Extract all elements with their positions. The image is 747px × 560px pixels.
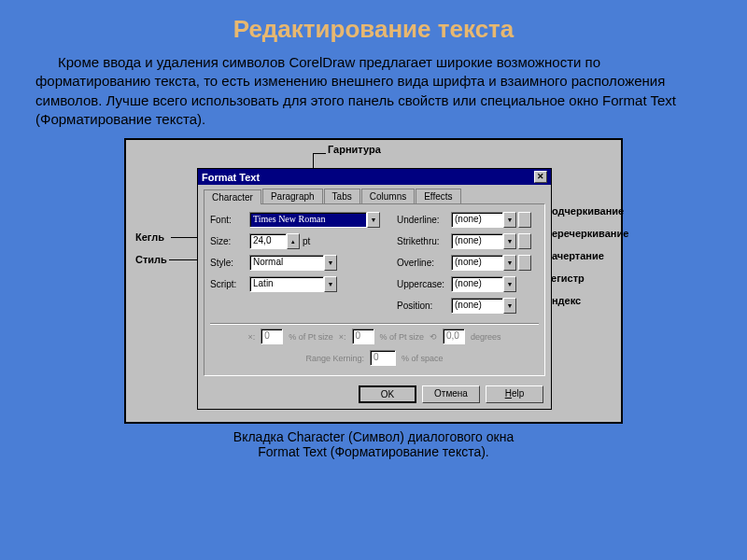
callout-strike: Перечеркивание [544, 228, 628, 239]
uppercase-field[interactable]: (none) [451, 276, 503, 292]
position-field[interactable]: (none) [451, 298, 503, 314]
strike-label: Strikethru: [397, 236, 451, 246]
chevron-down-icon[interactable]: ▼ [324, 255, 337, 271]
figure-caption: Вкладка Character (Символ) диалогового о… [0, 424, 747, 459]
close-icon[interactable]: ✕ [534, 171, 547, 183]
cancel-button[interactable]: Отмена [422, 385, 480, 403]
tab-strip: Character Paragraph Tabs Columns Effects [198, 185, 551, 203]
underline-field[interactable]: (none) [451, 212, 503, 228]
callout-garnitura: Гарнитура [328, 144, 381, 155]
script-label: Script: [210, 279, 249, 289]
shift-section: ×:0 % of Pt size ×:0 % of Pt size ⟲0,0 d… [210, 329, 539, 366]
figure: Кегль Стиль Гарнитура Подчеркивание Пере… [126, 140, 621, 422]
chevron-down-icon[interactable]: ▼ [503, 276, 516, 292]
size-field[interactable]: 24,0 [249, 233, 287, 249]
style-field[interactable]: Normal [249, 255, 324, 271]
script-field[interactable]: Latin [249, 276, 324, 292]
underline-label: Underline: [397, 215, 451, 225]
callout-nachert: Начертание [544, 250, 604, 261]
strike-field[interactable]: (none) [451, 233, 503, 249]
position-label: Position: [397, 301, 451, 311]
chevron-down-icon[interactable]: ▼ [367, 212, 380, 228]
chevron-down-icon[interactable]: ▼ [503, 255, 516, 271]
tab-effects[interactable]: Effects [416, 189, 460, 203]
character-panel: Font: Times New Roman ▼ Size: 24,0 ▴ [204, 203, 545, 376]
chevron-down-icon[interactable]: ▼ [503, 233, 516, 249]
tab-paragraph[interactable]: Paragraph [262, 189, 323, 203]
callout-underline: Подчеркивание [544, 205, 624, 217]
overline-label: Overline: [397, 258, 451, 268]
style-label: Style: [210, 258, 249, 268]
dialog-titlebar[interactable]: Format Text ✕ [198, 169, 551, 185]
slide-title: Редактирование текста [0, 0, 747, 51]
overline-edit-button[interactable] [518, 255, 531, 271]
ok-button[interactable]: OK [359, 385, 416, 403]
chevron-down-icon[interactable]: ▼ [503, 212, 516, 228]
size-label: Size: [210, 236, 249, 246]
format-text-dialog: Format Text ✕ Character Paragraph Tabs C… [197, 168, 552, 410]
chevron-down-icon[interactable]: ▼ [324, 276, 337, 292]
dialog-button-row: OK Отмена Help [198, 382, 551, 409]
callout-stil: Стиль [135, 254, 167, 265]
uppercase-label: Uppercase: [397, 279, 451, 289]
tab-character[interactable]: Character [204, 189, 261, 204]
tab-tabs[interactable]: Tabs [324, 189, 360, 203]
callout-kegl: Кегль [135, 231, 164, 243]
figure-frame: Кегль Стиль Гарнитура Подчеркивание Пере… [124, 138, 623, 424]
tab-columns[interactable]: Columns [361, 189, 415, 203]
strike-edit-button[interactable] [518, 233, 531, 249]
chevron-down-icon[interactable]: ▼ [503, 298, 516, 314]
help-button[interactable]: Help [486, 385, 543, 403]
overline-field[interactable]: (none) [451, 255, 503, 271]
size-spinner[interactable]: ▴ [287, 233, 300, 249]
font-field[interactable]: Times New Roman [249, 212, 367, 228]
underline-edit-button[interactable] [518, 212, 531, 228]
dialog-title: Format Text [202, 172, 260, 183]
font-label: Font: [210, 215, 249, 225]
body-text: Кроме ввода и удаления символов CorelDra… [0, 51, 747, 138]
size-unit: pt [303, 236, 310, 246]
